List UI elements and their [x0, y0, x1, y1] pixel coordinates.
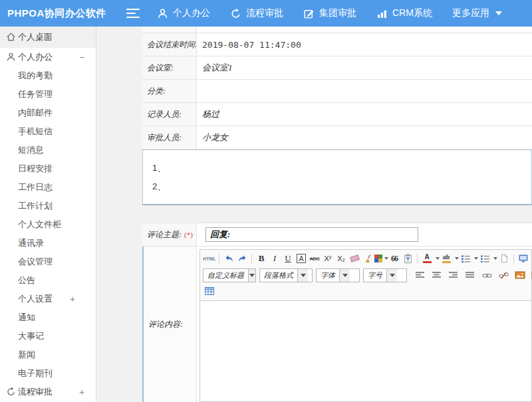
blockquote-button[interactable]: 66 [388, 252, 401, 265]
font-family-select[interactable]: 字体 [316, 268, 360, 282]
field-label: 会议室: [142, 56, 197, 79]
field-label: 记录人员: [142, 103, 197, 126]
collapse-toggle[interactable]: − [77, 52, 86, 62]
sidebar-item-workflow-approval[interactable]: 流程审批 + [0, 383, 96, 401]
nav-personal-office[interactable]: 个人办公 [157, 7, 210, 19]
unordered-list-icon[interactable] [478, 252, 491, 265]
align-center-icon[interactable] [430, 268, 444, 282]
link-icon[interactable] [480, 268, 493, 282]
custom-heading-select[interactable]: 自定义标题 [203, 268, 256, 282]
spacer [142, 205, 532, 223]
nav-label: 个人办公 [173, 7, 210, 19]
align-left-icon[interactable] [414, 268, 427, 282]
nav-group-approval[interactable]: 集团审批 [303, 7, 356, 19]
brush-icon[interactable] [361, 252, 374, 265]
person-icon [157, 8, 168, 19]
app-title: PHPOA协同办公软件 [0, 7, 126, 20]
note-line: 1、 [152, 159, 531, 177]
field-value [197, 80, 532, 102]
sidebar-item-my-attendance[interactable]: 我的考勤 [0, 66, 96, 85]
undo-icon[interactable] [222, 252, 235, 265]
redo-icon[interactable] [235, 252, 249, 265]
main-content: 会议结束时间: 2019-08-07 11:47:00 会议室: 会议室1 分类… [96, 27, 532, 402]
table-row-approver: 审批人员: 小龙女 [142, 126, 532, 150]
table-icon[interactable] [203, 284, 216, 298]
expand-toggle[interactable]: + [77, 387, 86, 397]
hilitecolor-button[interactable]: ab [440, 252, 453, 265]
fullscreen-icon[interactable] [517, 252, 530, 265]
italic-button[interactable]: I [268, 252, 281, 265]
nav-label: CRM系统 [392, 7, 432, 19]
table-row-recorder: 记录人员: 杨过 [142, 103, 532, 126]
field-label: 会议结束时间: [142, 33, 197, 56]
meeting-detail-form: 会议结束时间: 2019-08-07 11:47:00 会议室: 会议室1 分类… [142, 27, 532, 402]
sidebar-item-personal-settings[interactable]: 个人设置 + [0, 290, 96, 308]
editor-toolbar: HTML B I U [200, 250, 531, 301]
select-caret-icon[interactable] [248, 269, 255, 282]
note-line: 2、 [152, 177, 531, 196]
nav-workflow-approval[interactable]: 流程审批 [230, 7, 283, 19]
html-source-button[interactable]: HTML [203, 252, 216, 265]
underline-button[interactable]: U [281, 252, 295, 265]
sidebar-item-meeting-management[interactable]: 会议管理 [0, 252, 96, 271]
nav-label: 更多应用 [452, 7, 489, 19]
field-value: 杨过 [197, 103, 532, 126]
sidebar-item-work-log[interactable]: 工作日志 [0, 178, 96, 197]
unlink-icon[interactable] [497, 268, 510, 282]
sidebar-item-announcement[interactable]: 公告 [0, 271, 96, 290]
sidebar-item-major-events[interactable]: 大事记 [0, 327, 96, 346]
sidebar-item-sms[interactable]: 手机短信 [0, 122, 96, 141]
sidebar-item-personal-office[interactable]: 个人办公 − [0, 48, 96, 66]
sidebar-item-personal-files[interactable]: 个人文件柜 [0, 215, 96, 234]
new-page-icon[interactable] [497, 252, 511, 265]
nav-crm-system[interactable]: CRM系统 [376, 7, 432, 19]
table-row-category: 分类: [142, 80, 532, 103]
sidebar-item-task-management[interactable]: 任务管理 [0, 85, 96, 104]
quickformat-icon[interactable] [374, 252, 388, 265]
sidebar-item-contacts[interactable]: 通讯录 [0, 234, 96, 252]
superscript-button[interactable]: X² [321, 252, 334, 265]
cycle-icon [6, 387, 17, 397]
comment-subject-row: 评论主题: (*) [142, 223, 532, 247]
select-caret-icon[interactable] [339, 269, 350, 282]
nav-more-apps[interactable]: 更多应用 [452, 7, 502, 19]
table-row-meeting-end-time: 会议结束时间: 2019-08-07 11:47:00 [142, 33, 532, 56]
comment-subject-input[interactable] [205, 227, 418, 242]
edit-icon [303, 8, 315, 19]
sidebar-item-internal-mail[interactable]: 内部邮件 [0, 104, 96, 122]
eraser-icon[interactable] [348, 252, 361, 265]
editor-content-area[interactable] [200, 301, 531, 401]
top-nav: 个人办公 流程审批 集团审批 CRM系统 更多应用 [157, 7, 502, 19]
font-size-select[interactable]: 字号 [363, 268, 407, 282]
bold-button[interactable]: B [255, 252, 268, 265]
subscript-button[interactable]: X₂ [334, 252, 348, 265]
align-right-icon[interactable] [447, 268, 460, 282]
sidebar-item-schedule[interactable]: 日程安排 [0, 159, 96, 178]
app-window: PHPOA协同办公软件 个人办公 流程审批 集团审批 [0, 0, 532, 402]
field-label: 审批人员: [142, 126, 197, 149]
table-row-partial [142, 27, 532, 33]
nav-label: 集团审批 [319, 7, 356, 19]
strikethrough-button[interactable]: ABC [308, 252, 321, 265]
sidebar-item-personal-desktop[interactable]: 个人桌面 [0, 27, 96, 48]
ordered-list-icon[interactable] [459, 252, 472, 265]
table-row-meeting-room: 会议室: 会议室1 [142, 56, 532, 80]
align-justify-icon[interactable] [464, 268, 477, 282]
select-caret-icon[interactable] [297, 269, 308, 282]
caret-down-icon [495, 11, 502, 15]
sidebar-item-e-journal[interactable]: 电子期刊 [0, 364, 96, 383]
field-value: 小龙女 [197, 126, 532, 149]
rich-text-editor: HTML B I U [197, 247, 532, 402]
select-caret-icon[interactable] [386, 269, 397, 282]
sidebar-item-news[interactable]: 新闻 [0, 346, 96, 364]
font-box-button[interactable]: A [295, 252, 308, 265]
image-icon[interactable] [513, 268, 527, 282]
sidebar-item-work-plan[interactable]: 工作计划 [0, 197, 96, 215]
expand-toggle[interactable]: + [68, 294, 77, 304]
paste-icon[interactable] [401, 252, 414, 265]
sidebar-item-notice[interactable]: 通知 [0, 308, 96, 327]
paragraph-format-select[interactable]: 段落格式 [259, 268, 313, 282]
hamburger-menu-icon[interactable] [126, 9, 140, 18]
sidebar-item-short-message[interactable]: 短消息 [0, 141, 96, 159]
forecolor-button[interactable]: A [420, 252, 434, 265]
